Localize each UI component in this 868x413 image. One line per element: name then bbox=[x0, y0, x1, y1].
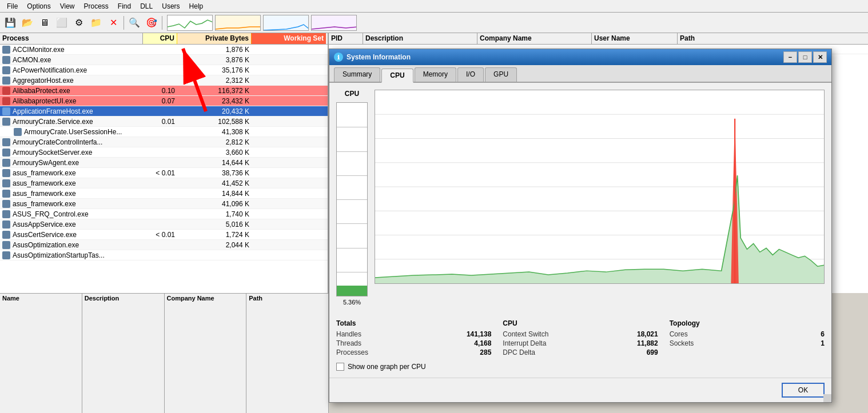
table-row[interactable]: asus_framework.exe41,452 K bbox=[0, 178, 328, 189]
sparkline-io bbox=[263, 15, 309, 31]
table-row[interactable]: ApplicationFrameHost.exe20,432 K bbox=[0, 106, 328, 117]
proc-private-cell: 2,044 K bbox=[177, 241, 252, 249]
menu-file[interactable]: File bbox=[2, 1, 22, 11]
tab-io[interactable]: I/O bbox=[457, 67, 484, 82]
topology-title: Topology bbox=[670, 319, 825, 327]
proc-cpu-cell: < 0.01 bbox=[143, 169, 177, 177]
menu-options[interactable]: Options bbox=[22, 1, 55, 11]
proc-name-text: AsusAppService.exe bbox=[13, 220, 76, 228]
sparkline-io-chart bbox=[264, 15, 309, 31]
table-row[interactable]: asus_framework.exe41,096 K bbox=[0, 199, 328, 209]
table-row[interactable]: AsusOptimizationStartupTas... bbox=[0, 250, 328, 260]
process-icon bbox=[2, 149, 10, 157]
toolbar-close-btn[interactable]: ✕ bbox=[105, 15, 121, 31]
proc-name-cell: ArmouryCrate.Service.exe bbox=[0, 118, 143, 126]
table-row[interactable]: ASUS_FRQ_Control.exe1,740 K bbox=[0, 209, 328, 219]
col-header-path[interactable]: Path bbox=[678, 33, 868, 44]
show-per-cpu-checkbox[interactable] bbox=[336, 363, 344, 371]
proc-cpu-cell: 0.10 bbox=[143, 87, 177, 95]
proc-name-text: ArmouryCrate.Service.exe bbox=[13, 118, 93, 126]
table-row[interactable]: AggregatorHost.exe2,312 K bbox=[0, 75, 328, 86]
table-row[interactable]: AlibabaprotectUI.exe0.0723,432 K bbox=[0, 96, 328, 106]
proc-name-cell: AsusOptimization.exe bbox=[0, 241, 143, 249]
tab-gpu[interactable]: GPU bbox=[485, 67, 517, 82]
table-row[interactable]: ArmouryCrate.Service.exe0.01102,588 K bbox=[0, 117, 328, 127]
table-row[interactable]: AsusCertService.exe< 0.011,724 K bbox=[0, 230, 328, 240]
table-row[interactable]: AlibabaProtect.exe0.10116,372 K bbox=[0, 86, 328, 96]
proc-name-cell: ArmourySwAgent.exe bbox=[0, 159, 143, 167]
process-icon bbox=[2, 231, 10, 239]
menu-view[interactable]: View bbox=[55, 1, 79, 11]
toolbar-box-btn[interactable]: ⬜ bbox=[54, 15, 70, 31]
dialog-maximize-btn[interactable]: □ bbox=[798, 51, 812, 63]
proc-name-text: ArmouryCrate.UserSessionHe... bbox=[24, 128, 122, 136]
bottom-col-description: Description bbox=[82, 294, 165, 413]
menu-help[interactable]: Help bbox=[185, 1, 208, 11]
col-header-private[interactable]: Private Bytes bbox=[177, 33, 252, 44]
toolbar-search-btn[interactable]: 🔍 bbox=[126, 15, 142, 31]
table-row[interactable]: ArmouryCrate.UserSessionHe...41,308 K bbox=[0, 127, 328, 137]
table-row[interactable]: AsusAppService.exe5,016 K bbox=[0, 219, 328, 230]
table-row[interactable]: ArmourySwAgent.exe14,644 K bbox=[0, 158, 328, 168]
toolbar-prop-btn[interactable]: 🖥 bbox=[37, 15, 53, 31]
process-icon bbox=[2, 87, 10, 95]
col-header-user[interactable]: User Name bbox=[592, 33, 678, 44]
table-row[interactable]: ArmourySocketServer.exe3,660 K bbox=[0, 147, 328, 158]
process-icon bbox=[2, 77, 10, 85]
toolbar-folder-btn[interactable]: 📁 bbox=[88, 15, 104, 31]
col-header-description[interactable]: Description bbox=[363, 33, 477, 44]
proc-private-cell: 5,016 K bbox=[177, 220, 252, 228]
proc-private-cell: 20,432 K bbox=[177, 107, 252, 115]
toolbar-gear-btn[interactable]: ⚙ bbox=[71, 15, 87, 31]
table-row[interactable]: asus_framework.exe14,844 K bbox=[0, 189, 328, 199]
topology-row-sockets: Sockets 1 bbox=[670, 339, 825, 348]
col-header-working[interactable]: Working Set bbox=[252, 33, 326, 44]
toolbar-open-btn[interactable]: 📂 bbox=[19, 15, 35, 31]
col-header-company[interactable]: Company Name bbox=[477, 33, 592, 44]
system-info-dialog: ℹ System Information − □ ✕ Summary CPU M… bbox=[329, 49, 832, 403]
dialog-minimize-btn[interactable]: − bbox=[783, 51, 797, 63]
toolbar-new-btn[interactable]: 💾 bbox=[2, 15, 18, 31]
process-icon bbox=[2, 220, 10, 228]
proc-private-cell: 41,452 K bbox=[177, 179, 252, 187]
process-icon bbox=[2, 107, 10, 115]
resize-corner[interactable] bbox=[823, 394, 831, 402]
sparkline-mem bbox=[215, 15, 261, 31]
table-row[interactable]: ACCIMonitor.exe1,876 K bbox=[0, 45, 328, 55]
cpu-grid-line-7 bbox=[337, 272, 367, 272]
proc-cpu-cell: 0.07 bbox=[143, 97, 177, 105]
table-row[interactable]: asus_framework.exe< 0.0138,736 K bbox=[0, 168, 328, 178]
toolbar-target-btn[interactable]: 🎯 bbox=[144, 15, 160, 31]
table-row[interactable]: AsusOptimization.exe2,044 K bbox=[0, 240, 328, 250]
table-row[interactable]: AcPowerNotification.exe35,176 K bbox=[0, 65, 328, 75]
dialog-close-btn[interactable]: ✕ bbox=[813, 51, 827, 63]
proc-name-cell: ArmourySocketServer.exe bbox=[0, 149, 143, 157]
proc-name-text: ArmourySwAgent.exe bbox=[13, 159, 79, 167]
tab-memory[interactable]: Memory bbox=[415, 67, 456, 82]
proc-private-cell: 1,724 K bbox=[177, 231, 252, 239]
menu-users[interactable]: Users bbox=[157, 1, 184, 11]
cpu-stats-row-context: Context Switch 18,021 bbox=[503, 330, 658, 339]
tab-cpu[interactable]: CPU bbox=[381, 69, 413, 83]
menu-process[interactable]: Process bbox=[79, 1, 113, 11]
totals-title: Totals bbox=[336, 319, 491, 327]
totals-row-handles: Handles 141,138 bbox=[336, 330, 491, 339]
col-header-process[interactable]: Process bbox=[0, 33, 143, 44]
bottom-columns: Name Description Company Name Path bbox=[0, 293, 329, 413]
table-row[interactable]: ArmouryCrateControlInterfa...2,812 K bbox=[0, 137, 328, 147]
col-header-cpu[interactable]: CPU bbox=[143, 33, 177, 44]
menu-dll[interactable]: DLL bbox=[136, 1, 157, 11]
col-header-pid[interactable]: PID bbox=[329, 33, 363, 44]
proc-name-cell: ArmouryCrate.UserSessionHe... bbox=[0, 128, 143, 136]
totals-value-handles: 141,138 bbox=[457, 330, 491, 338]
menu-find[interactable]: Find bbox=[113, 1, 136, 11]
table-row[interactable]: ACMON.exe3,876 K bbox=[0, 55, 328, 65]
tab-summary[interactable]: Summary bbox=[334, 67, 380, 82]
ok-button[interactable]: OK bbox=[782, 383, 825, 398]
sparkline-cpu-chart bbox=[168, 15, 213, 31]
proc-name-text: ACMON.exe bbox=[13, 56, 51, 64]
cpu-section-title: CPU bbox=[345, 90, 359, 98]
totals-label-handles: Handles bbox=[336, 330, 361, 338]
process-icon bbox=[2, 138, 10, 146]
proc-private-cell: 1,876 K bbox=[177, 46, 252, 54]
